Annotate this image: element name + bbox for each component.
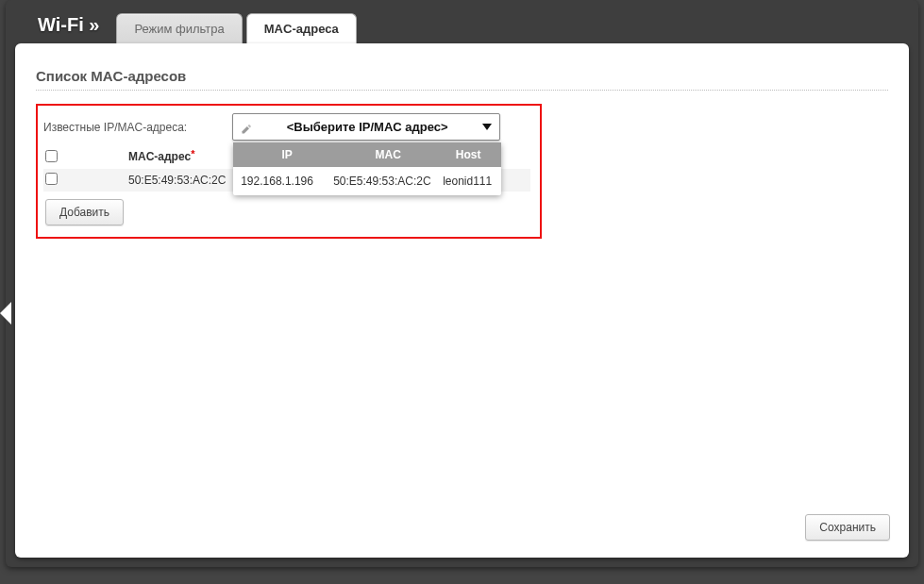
ip-mac-dropdown[interactable]: <Выберите IP/MAC адрес> IP MAC Host 192.…	[232, 113, 500, 141]
row-checkbox[interactable]	[45, 173, 58, 185]
header-bar: Wi-Fi » Режим фильтра MAC-адреса	[6, 0, 918, 43]
nav-back-arrow-icon[interactable]	[0, 302, 11, 325]
mac-header-label: MAC-адрес	[128, 150, 191, 163]
add-button[interactable]: Добавить	[45, 199, 124, 225]
section-title: Список MAC-адресов	[36, 68, 888, 91]
select-all-checkbox[interactable]	[45, 150, 58, 162]
page-title: Wi-Fi »	[38, 14, 99, 43]
known-addresses-row: Известные IP/MAC-адреса: <Выберите IP/MA…	[43, 113, 530, 141]
dropdown-col-host: Host	[443, 148, 494, 161]
dropdown-panel: IP MAC Host 192.168.1.196 50:E5:49:53:AC…	[233, 142, 501, 195]
pencil-icon	[241, 122, 252, 133]
content-panel: Список MAC-адресов Известные IP/MAC-адре…	[15, 43, 909, 558]
dropdown-option-ip: 192.168.1.196	[241, 175, 333, 188]
dropdown-col-ip: IP	[241, 148, 333, 161]
dropdown-option[interactable]: 192.168.1.196 50:E5:49:53:AC:2C leonid11…	[233, 167, 501, 195]
chevron-down-icon	[482, 124, 492, 130]
highlight-region: Известные IP/MAC-адреса: <Выберите IP/MA…	[36, 104, 542, 239]
dropdown-header: IP MAC Host	[233, 142, 501, 167]
dropdown-option-host: leonid111	[443, 175, 494, 188]
dropdown-placeholder: <Выберите IP/MAC адрес>	[258, 120, 477, 134]
tab-mac-addresses[interactable]: MAC-адреса	[246, 13, 357, 43]
dropdown-option-mac: 50:E5:49:53:AC:2C	[333, 175, 443, 188]
dropdown-col-mac: MAC	[333, 148, 443, 161]
tab-filter-mode[interactable]: Режим фильтра	[116, 13, 242, 43]
save-button[interactable]: Сохранить	[805, 514, 890, 541]
app-frame: Wi-Fi » Режим фильтра MAC-адреса Список …	[6, 0, 918, 567]
known-addresses-label: Известные IP/MAC-адреса:	[43, 121, 187, 134]
required-asterisk: *	[191, 148, 194, 159]
